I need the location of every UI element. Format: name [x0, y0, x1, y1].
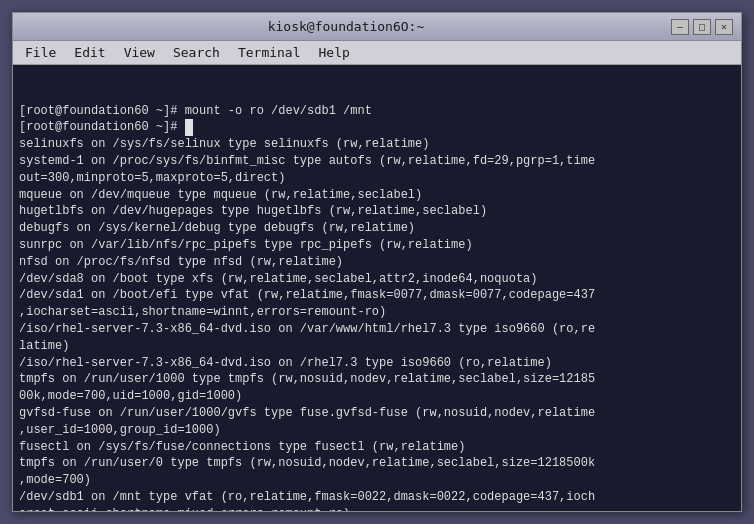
menu-terminal[interactable]: Terminal [230, 43, 309, 62]
minimize-button[interactable]: – [671, 19, 689, 35]
terminal-line: /dev/sdb1 on /mnt type vfat (ro,relatime… [19, 489, 735, 506]
terminal-line: fusectl on /sys/fs/fuse/connections type… [19, 439, 735, 456]
terminal-output[interactable]: [root@foundation60 ~]# mount -o ro /dev/… [13, 65, 741, 511]
menu-edit[interactable]: Edit [66, 43, 113, 62]
close-button[interactable]: ✕ [715, 19, 733, 35]
terminal-line: arset=ascii,shortname=mixed,errors=remou… [19, 506, 735, 511]
terminal-line: latime) [19, 338, 735, 355]
terminal-line: selinuxfs on /sys/fs/selinux type selinu… [19, 136, 735, 153]
terminal-line: systemd-1 on /proc/sys/fs/binfmt_misc ty… [19, 153, 735, 170]
terminal-line: hugetlbfs on /dev/hugepages type hugetlb… [19, 203, 735, 220]
window-title: kiosk@foundation6O:~ [21, 19, 671, 34]
terminal-line: mqueue on /dev/mqueue type mqueue (rw,re… [19, 187, 735, 204]
terminal-line: sunrpc on /var/lib/nfs/rpc_pipefs type r… [19, 237, 735, 254]
menu-search[interactable]: Search [165, 43, 228, 62]
terminal-line: nfsd on /proc/fs/nfsd type nfsd (rw,rela… [19, 254, 735, 271]
terminal-line: tmpfs on /run/user/1000 type tmpfs (rw,n… [19, 371, 735, 388]
terminal-line: ,user_id=1000,group_id=1000) [19, 422, 735, 439]
terminal-line: ,iocharset=ascii,shortname=winnt,errors=… [19, 304, 735, 321]
terminal-line: /iso/rhel-server-7.3-x86_64-dvd.iso on /… [19, 355, 735, 372]
window-controls: – □ ✕ [671, 19, 733, 35]
terminal-line: gvfsd-fuse on /run/user/1000/gvfs type f… [19, 405, 735, 422]
terminal-line: out=300,minproto=5,maxproto=5,direct) [19, 170, 735, 187]
terminal-line: /dev/sda1 on /boot/efi type vfat (rw,rel… [19, 287, 735, 304]
terminal-line: debugfs on /sys/kernel/debug type debugf… [19, 220, 735, 237]
terminal-line: /iso/rhel-server-7.3-x86_64-dvd.iso on /… [19, 321, 735, 338]
title-bar: kiosk@foundation6O:~ – □ ✕ [13, 13, 741, 41]
terminal-line: 00k,mode=700,uid=1000,gid=1000) [19, 388, 735, 405]
menu-file[interactable]: File [17, 43, 64, 62]
menu-view[interactable]: View [116, 43, 163, 62]
terminal-window: kiosk@foundation6O:~ – □ ✕ File Edit Vie… [12, 12, 742, 512]
menu-help[interactable]: Help [311, 43, 358, 62]
terminal-line: tmpfs on /run/user/0 type tmpfs (rw,nosu… [19, 455, 735, 472]
terminal-line: [root@foundation60 ~]# [19, 119, 735, 136]
terminal-line: /dev/sda8 on /boot type xfs (rw,relatime… [19, 271, 735, 288]
terminal-line: [root@foundation60 ~]# mount -o ro /dev/… [19, 103, 735, 120]
maximize-button[interactable]: □ [693, 19, 711, 35]
cursor [185, 119, 193, 136]
terminal-line: ,mode=700) [19, 472, 735, 489]
menu-bar: File Edit View Search Terminal Help [13, 41, 741, 65]
